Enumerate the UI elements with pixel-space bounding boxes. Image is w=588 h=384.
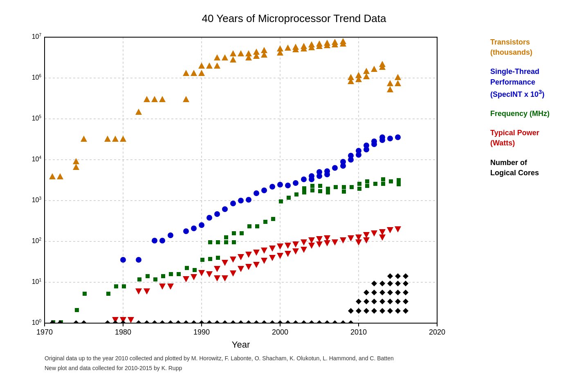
data-point bbox=[206, 215, 212, 221]
data-point bbox=[373, 182, 377, 186]
data-point bbox=[357, 187, 361, 191]
data-point bbox=[269, 184, 275, 190]
legend-transistors: Transistors(thousands) bbox=[490, 37, 576, 58]
data-point bbox=[177, 272, 181, 276]
data-point bbox=[318, 189, 322, 193]
data-point bbox=[214, 211, 220, 217]
svg-text:1990: 1990 bbox=[193, 328, 210, 336]
svg-text:102: 102 bbox=[32, 237, 42, 244]
data-point bbox=[263, 220, 267, 224]
data-point bbox=[247, 224, 251, 228]
data-point bbox=[365, 179, 369, 183]
data-point bbox=[285, 183, 291, 188]
svg-text:2000: 2000 bbox=[272, 328, 288, 336]
data-point bbox=[279, 199, 283, 203]
chart-container: 40 Years of Microprocessor Trend Data bbox=[12, 8, 576, 376]
data-point bbox=[309, 176, 314, 182]
data-point bbox=[222, 206, 228, 212]
svg-text:2010: 2010 bbox=[350, 328, 367, 336]
svg-text:106: 106 bbox=[32, 74, 42, 81]
data-point bbox=[302, 190, 306, 194]
data-point bbox=[224, 235, 228, 239]
data-point bbox=[350, 185, 354, 189]
data-point bbox=[191, 225, 197, 231]
chart-title: 40 Years of Microprocessor Trend Data bbox=[12, 8, 576, 25]
data-point bbox=[168, 232, 173, 238]
data-point bbox=[261, 188, 267, 193]
data-point bbox=[106, 292, 110, 296]
footer-line1: Original data up to the year 2010 collec… bbox=[12, 355, 576, 362]
data-point bbox=[152, 238, 157, 243]
data-point bbox=[334, 185, 338, 189]
data-point bbox=[161, 274, 165, 278]
svg-text:107: 107 bbox=[32, 33, 42, 40]
svg-text:1970: 1970 bbox=[36, 328, 53, 336]
legend-power: Typical Power(Watts) bbox=[490, 128, 576, 148]
svg-text:103: 103 bbox=[32, 196, 42, 203]
data-point bbox=[364, 143, 369, 148]
data-point bbox=[395, 134, 401, 140]
data-point bbox=[122, 284, 126, 288]
data-point bbox=[240, 231, 244, 235]
data-point bbox=[342, 190, 346, 194]
svg-text:105: 105 bbox=[32, 114, 42, 122]
data-point bbox=[193, 268, 197, 272]
plot-area: 100 101 102 103 104 105 106 107 1970 198… bbox=[12, 29, 482, 352]
data-point bbox=[324, 172, 330, 177]
chart-area: 100 101 102 103 104 105 106 107 1970 198… bbox=[12, 29, 576, 352]
data-point bbox=[293, 180, 298, 186]
data-point bbox=[199, 222, 204, 228]
data-point bbox=[255, 224, 259, 228]
data-point bbox=[294, 192, 298, 196]
data-point bbox=[137, 277, 141, 281]
data-point bbox=[114, 284, 118, 288]
data-point bbox=[216, 240, 220, 244]
data-point bbox=[146, 274, 150, 278]
data-point bbox=[224, 240, 228, 244]
svg-text:100: 100 bbox=[32, 319, 42, 326]
data-point bbox=[310, 184, 314, 188]
data-point bbox=[318, 184, 322, 188]
data-point bbox=[365, 184, 369, 188]
data-point bbox=[287, 196, 291, 200]
legend-frequency: Frequency (MHz) bbox=[490, 109, 576, 119]
data-point bbox=[389, 179, 393, 183]
data-point bbox=[316, 169, 322, 175]
data-point bbox=[371, 138, 377, 144]
svg-rect-1 bbox=[45, 37, 437, 323]
svg-text:101: 101 bbox=[32, 278, 42, 285]
data-point bbox=[301, 176, 307, 182]
data-point bbox=[340, 159, 346, 165]
data-point bbox=[381, 182, 385, 186]
data-point bbox=[230, 201, 236, 206]
data-point bbox=[159, 238, 165, 243]
main-plot: 100 101 102 103 104 105 106 107 1970 198… bbox=[12, 29, 470, 352]
data-point bbox=[397, 182, 401, 186]
svg-text:104: 104 bbox=[32, 155, 42, 163]
data-point bbox=[200, 258, 204, 262]
data-point bbox=[302, 186, 306, 190]
svg-text:1980: 1980 bbox=[115, 328, 131, 336]
data-point bbox=[326, 190, 330, 194]
data-point bbox=[379, 134, 385, 140]
legend: Transistors(thousands) Single-ThreadPerf… bbox=[482, 29, 576, 187]
legend-cores: Number ofLogical Cores bbox=[490, 158, 576, 178]
data-point bbox=[342, 185, 346, 189]
data-point bbox=[232, 231, 236, 235]
data-point bbox=[153, 277, 157, 281]
data-point bbox=[326, 187, 330, 191]
svg-text:2020: 2020 bbox=[429, 328, 445, 336]
data-point bbox=[381, 177, 385, 181]
data-point bbox=[83, 292, 87, 296]
data-point bbox=[216, 256, 220, 260]
data-point bbox=[348, 153, 354, 159]
data-point bbox=[183, 228, 189, 234]
data-point bbox=[232, 240, 236, 244]
data-point bbox=[136, 257, 141, 263]
data-point bbox=[271, 217, 275, 221]
data-point bbox=[357, 182, 361, 186]
data-point bbox=[185, 266, 189, 270]
data-point bbox=[254, 190, 259, 196]
data-point bbox=[208, 257, 212, 261]
data-point bbox=[238, 198, 244, 203]
